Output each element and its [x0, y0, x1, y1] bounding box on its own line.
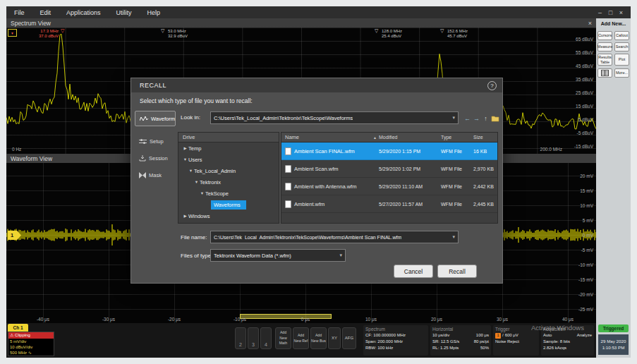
- spectrum-close-icon[interactable]: ×: [588, 20, 592, 27]
- tab-setup-label: Setup: [150, 138, 164, 145]
- recall-dialog-header[interactable]: RECALL ?: [131, 78, 502, 92]
- marker-icon[interactable]: ▽: [161, 28, 164, 33]
- marker-icon[interactable]: ▽: [375, 28, 378, 33]
- spectrum-view-header: Spectrum View ×: [6, 18, 596, 28]
- file-row[interactable]: Ambient Scan FINAL.wfm 5/29/2020 1:15 PM…: [281, 142, 497, 160]
- ch1-scale: 5 mV/div: [8, 339, 54, 344]
- menu-utility[interactable]: Utility: [109, 6, 140, 18]
- look-in-dropdown[interactable]: C:\Users\Tek_Local_Admin\Tektronix\TekSc…: [210, 111, 459, 124]
- horizontal-settings-badge[interactable]: Horizontal 10 μs/div100 μs SR: 12.5 GS/s…: [430, 325, 491, 356]
- file-row[interactable]: Ambient with Antenna.wfm 5/29/2020 11:10…: [281, 178, 497, 195]
- recall-button[interactable]: Recall: [437, 265, 477, 278]
- tree-item-tektronix[interactable]: ▼ Tektronix: [178, 176, 279, 188]
- trigger-settings-badge[interactable]: Trigger 1 / 600 μV Noise Reject: [493, 325, 539, 356]
- y-axis-label: -15 dBuV: [574, 144, 593, 149]
- marker-freq: 17.3 MHz: [40, 29, 59, 33]
- chevron-right-icon[interactable]: ▶: [182, 214, 188, 218]
- tree-item-tek-local-admin[interactable]: ▼ Tek_Local_Admin: [178, 165, 279, 176]
- recall-dialog: RECALL ? Select which type of file you w…: [131, 78, 503, 284]
- help-icon[interactable]: ?: [487, 81, 497, 90]
- add-results-table-button[interactable]: Results Table: [597, 54, 612, 66]
- more-button[interactable]: More...: [614, 68, 629, 78]
- column-header-size[interactable]: Size: [473, 135, 497, 140]
- channel-3-button[interactable]: 3: [248, 327, 259, 349]
- close-icon[interactable]: ×: [616, 9, 626, 16]
- waveform-icon: [140, 116, 148, 122]
- afg-button[interactable]: AFG: [342, 327, 356, 349]
- chevron-right-icon[interactable]: ▶: [182, 146, 188, 150]
- chevron-down-icon[interactable]: ▾: [450, 115, 455, 121]
- chevron-down-icon[interactable]: ▼: [188, 169, 194, 173]
- y-axis-label: -15 mV: [578, 277, 593, 282]
- cancel-button[interactable]: Cancel: [394, 265, 433, 278]
- marker-label: 53.0 MHz 32.9 dBuV: [168, 29, 188, 39]
- add-search-button[interactable]: Search: [614, 42, 629, 51]
- sort-asc-icon[interactable]: ▲: [373, 135, 379, 140]
- tab-session[interactable]: Session: [135, 152, 176, 164]
- channel-4-button[interactable]: 4: [260, 327, 272, 349]
- y-axis-label: 65 dBuV: [576, 37, 593, 42]
- new-folder-icon[interactable]: [490, 113, 499, 123]
- chevron-down-icon[interactable]: ▼: [193, 180, 200, 184]
- channel-1-badge[interactable]: ⚠ Clipping 5 mV/div 10 dBuV/div 500 MHz …: [8, 332, 54, 356]
- tree-item-temp[interactable]: ▶ Temp: [178, 142, 279, 154]
- spectrum-trace-handle[interactable]: ▾: [8, 29, 17, 37]
- chevron-down-icon[interactable]: ▼: [182, 157, 188, 162]
- forward-icon[interactable]: →: [472, 113, 481, 123]
- up-directory-icon[interactable]: ↑: [481, 113, 490, 123]
- tab-mask[interactable]: Mask: [135, 169, 176, 181]
- acquisition-settings-badge[interactable]: Acquisition AutoAnalyze Sample: 8 bits 2…: [541, 325, 594, 356]
- file-list-header: Name ▲ Modified Type Size: [281, 133, 497, 142]
- tab-setup[interactable]: Setup: [135, 135, 176, 147]
- column-header-type[interactable]: Type: [441, 135, 473, 140]
- back-icon[interactable]: ←: [463, 113, 472, 123]
- add-ref-button[interactable]: Add New Ref: [293, 327, 309, 349]
- slope-icon: /: [502, 332, 504, 339]
- tree-item-windows[interactable]: ▶ Windows: [178, 210, 279, 222]
- marker-icon[interactable]: ▽: [440, 28, 444, 33]
- menu-edit[interactable]: Edit: [32, 6, 59, 18]
- add-callout-button[interactable]: Callout: [614, 31, 629, 40]
- xy-button[interactable]: XY: [328, 327, 341, 349]
- menu-help[interactable]: Help: [140, 6, 169, 18]
- marker-freq: 53.0 MHz: [168, 29, 186, 33]
- files-of-type-label: Files of type:: [181, 253, 212, 259]
- channel-2-button[interactable]: 2: [235, 327, 246, 349]
- menu-applications[interactable]: Applications: [59, 6, 109, 18]
- drive-column-header[interactable]: Drive: [178, 133, 279, 142]
- h-window: 100 μs: [476, 332, 489, 339]
- maximize-icon[interactable]: □: [605, 9, 616, 16]
- file-row[interactable]: Ambient.wfm 5/27/2020 11:57 AM WFM File …: [281, 195, 497, 213]
- y-axis-label: 20 mV: [580, 174, 593, 178]
- look-in-value: C:\Users\Tek_Local_Admin\Tektronix\TekSc…: [214, 115, 353, 121]
- add-plot-button[interactable]: Plot: [614, 54, 629, 66]
- y-axis-label: -25 mV: [578, 307, 593, 312]
- add-bus-button[interactable]: Add New Bus: [310, 327, 327, 349]
- tree-item-tekscope[interactable]: ▼ TekScope: [178, 188, 279, 199]
- marker-icon[interactable]: ▽: [61, 28, 64, 33]
- column-header-name[interactable]: Name ▲: [281, 134, 379, 140]
- tab-waveform[interactable]: Waveform: [135, 111, 176, 126]
- minimize-icon[interactable]: –: [595, 9, 605, 16]
- acq-analyze: Analyze: [577, 332, 592, 339]
- channel-1-tab[interactable]: Ch 1: [8, 324, 28, 332]
- tree-item-users[interactable]: ▼ Users: [178, 154, 279, 165]
- y-axis-label: 15 dBuV: [576, 104, 593, 109]
- file-row[interactable]: Ambient Scan.wfm 5/29/2020 1:02 PM WFM F…: [281, 160, 497, 178]
- file-name-input[interactable]: C:\Users\Tek_Local_Admin\Tektronix\TekSc…: [210, 231, 459, 243]
- chevron-down-icon[interactable]: ▾: [337, 253, 342, 258]
- menu-file[interactable]: File: [6, 6, 32, 18]
- chevron-down-icon[interactable]: ▾: [450, 234, 455, 240]
- add-cursors-button[interactable]: Cursors: [597, 31, 612, 40]
- tree-item-waveforms[interactable]: Waveforms: [178, 199, 279, 210]
- files-of-type-dropdown[interactable]: Tektronix Waveform Data (*.wfm) ▾: [210, 249, 346, 262]
- spectrum-settings-badge[interactable]: Spectrum CF: 100.000000 MHz Span: 200.00…: [363, 325, 428, 356]
- y-axis-label: -10 mV: [578, 262, 593, 267]
- x-axis-label: 30 μs: [488, 317, 516, 322]
- chevron-down-icon[interactable]: ▼: [199, 191, 205, 195]
- add-measure-button[interactable]: Measure: [597, 42, 612, 51]
- marker-level: 32.9 dBuV: [168, 34, 188, 38]
- column-header-modified[interactable]: Modified: [379, 135, 441, 140]
- table-icon-button[interactable]: [597, 68, 612, 78]
- add-math-button[interactable]: Add New Math: [275, 327, 291, 349]
